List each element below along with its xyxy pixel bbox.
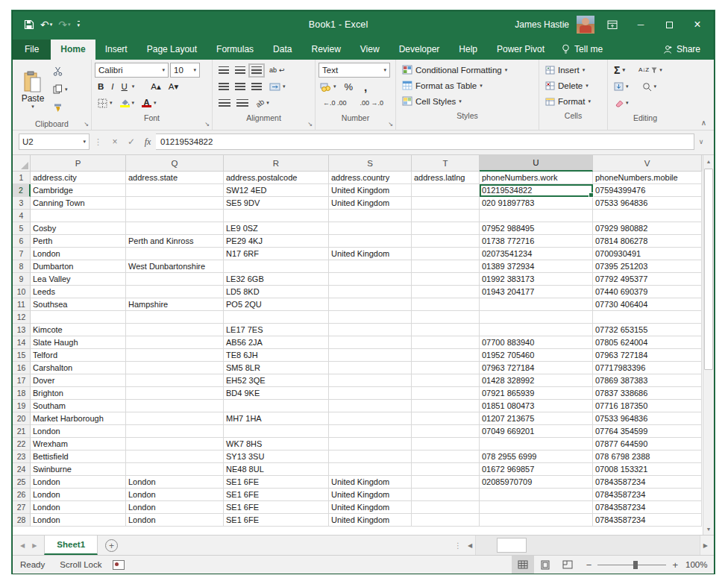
column-header-T[interactable]: T (412, 155, 480, 172)
cell-P22[interactable]: Wrexham (31, 438, 126, 450)
cell-T21[interactable] (412, 425, 480, 438)
cell-T9[interactable] (412, 273, 480, 286)
cell-T13[interactable] (412, 324, 480, 336)
cell-U28[interactable] (480, 514, 593, 527)
cell-R19[interactable] (224, 400, 329, 412)
cancel-entry-button[interactable]: × (107, 136, 123, 147)
cell-S6[interactable] (329, 235, 412, 248)
page-layout-view-button[interactable] (534, 556, 556, 574)
cell-Q14[interactable] (126, 336, 224, 349)
cell-Q12[interactable] (126, 311, 224, 324)
row-header-5[interactable]: 5 (13, 222, 31, 235)
cell-V16[interactable]: 07717983396 (593, 362, 702, 374)
row-header-2[interactable]: 2 (13, 184, 31, 197)
cell-U11[interactable] (480, 298, 593, 311)
cell-V27[interactable]: 07843587234 (593, 501, 702, 514)
cell-Q17[interactable] (126, 374, 224, 387)
cell-Q13[interactable] (126, 324, 224, 336)
cell-U8[interactable]: 01389 372934 (480, 260, 593, 273)
row-header-14[interactable]: 14 (13, 336, 31, 349)
row-header-17[interactable]: 17 (13, 374, 31, 387)
column-header-U[interactable]: U (480, 155, 593, 172)
cell-R27[interactable]: SE1 6FE (224, 501, 329, 514)
cell-V21[interactable]: 07764 354599 (593, 425, 702, 438)
row-header-24[interactable]: 24 (13, 463, 31, 476)
horizontal-scroll-thumb[interactable] (497, 538, 527, 553)
cell-T6[interactable] (412, 235, 480, 248)
font-size-combo[interactable]: 10▾ (170, 63, 200, 78)
cell-P3[interactable]: Canning Town (31, 197, 126, 210)
cell-P18[interactable]: Brighton (31, 387, 126, 400)
vertical-scroll-thumb[interactable] (704, 169, 713, 370)
row-header-1[interactable]: 1 (13, 172, 31, 184)
alignment-dialog-launcher[interactable]: ↘ (307, 121, 313, 128)
cell-S17[interactable] (329, 374, 412, 387)
format-as-table-button[interactable]: Format as Table ▾ (399, 78, 536, 93)
row-header-15[interactable]: 15 (13, 349, 31, 362)
save-button[interactable] (22, 18, 37, 31)
copy-button[interactable]: ▾ (50, 83, 71, 95)
cell-S3[interactable]: United Kingdom (329, 197, 412, 210)
formula-input[interactable]: 01219534822 (156, 134, 694, 150)
zoom-level[interactable]: 100% (685, 560, 714, 569)
macro-record-button[interactable] (113, 560, 125, 570)
scroll-down-icon[interactable]: ▼ (703, 523, 714, 535)
row-header-9[interactable]: 9 (13, 273, 31, 286)
cell-U15[interactable]: 01952 705460 (480, 349, 593, 362)
cell-U6[interactable]: 01738 772716 (480, 235, 593, 248)
fill-button[interactable]: ▾ (611, 81, 632, 92)
cell-S7[interactable]: United Kingdom (329, 248, 412, 260)
percent-style-button[interactable]: % (342, 80, 357, 94)
sort-filter-button[interactable]: A↓Z ▾ (636, 66, 665, 75)
cell-P14[interactable]: Slate Haugh (31, 336, 126, 349)
comma-style-button[interactable]: , (361, 79, 370, 95)
customize-qat-button[interactable]: ▾ (78, 21, 81, 28)
cell-T10[interactable] (412, 286, 480, 298)
user-name[interactable]: James Hastie (515, 19, 569, 30)
cell-R15[interactable]: TE8 6JH (224, 349, 329, 362)
cell-U4[interactable] (480, 210, 593, 222)
new-sheet-button[interactable]: + (105, 539, 118, 552)
zoom-in-button[interactable]: + (672, 559, 678, 571)
cell-T4[interactable] (412, 210, 480, 222)
cell-R5[interactable]: LE9 0SZ (224, 222, 329, 235)
row-header-26[interactable]: 26 (13, 489, 31, 501)
cell-R21[interactable] (224, 425, 329, 438)
cell-V24[interactable]: 07008 153321 (593, 463, 702, 476)
italic-button[interactable]: I (108, 81, 116, 92)
cell-Q1[interactable]: address.state (126, 172, 224, 184)
tab-view[interactable]: View (351, 40, 389, 60)
cell-P10[interactable]: Leeds (31, 286, 126, 298)
cell-T16[interactable] (412, 362, 480, 374)
cell-S1[interactable]: address.country (329, 172, 412, 184)
cell-R8[interactable] (224, 260, 329, 273)
row-header-25[interactable]: 25 (13, 476, 31, 489)
cell-V18[interactable]: 07837 338686 (593, 387, 702, 400)
font-dialog-launcher[interactable]: ↘ (204, 121, 210, 128)
cell-P4[interactable] (31, 210, 126, 222)
row-header-16[interactable]: 16 (13, 362, 31, 374)
align-bottom-button[interactable] (251, 66, 262, 75)
share-button[interactable]: Share (650, 40, 714, 60)
orientation-button[interactable]: ab▾ (254, 99, 271, 107)
name-box[interactable]: U2▾ (19, 134, 90, 150)
cell-U17[interactable]: 01428 328992 (480, 374, 593, 387)
cell-P17[interactable]: Dover (31, 374, 126, 387)
underline-button[interactable]: U (119, 81, 131, 92)
insert-cells-button[interactable]: Insert ▾ (542, 62, 604, 78)
cell-Q15[interactable] (126, 349, 224, 362)
vertical-scroll-track[interactable] (703, 167, 714, 523)
tab-developer[interactable]: Developer (389, 40, 450, 60)
cell-P24[interactable]: Swinburne (31, 463, 126, 476)
zoom-slider-track[interactable] (597, 565, 666, 565)
row-header-18[interactable]: 18 (13, 387, 31, 400)
cell-U12[interactable] (480, 311, 593, 324)
sheet-tab-sheet1[interactable]: Sheet1 (44, 536, 98, 555)
cell-U9[interactable]: 01992 383173 (480, 273, 593, 286)
cell-V20[interactable]: 07533 964836 (593, 412, 702, 425)
cell-U18[interactable]: 07921 865939 (480, 387, 593, 400)
cell-Q11[interactable]: Hampshire (126, 298, 224, 311)
cell-S23[interactable] (329, 450, 412, 463)
tab-review[interactable]: Review (301, 40, 350, 60)
cell-R13[interactable]: LE17 7ES (224, 324, 329, 336)
